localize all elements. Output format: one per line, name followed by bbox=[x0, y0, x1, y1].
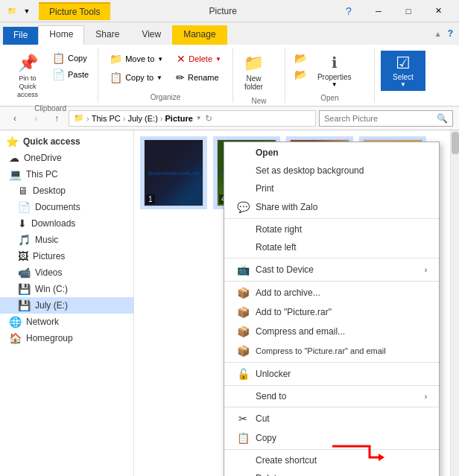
new-folder-icon: 📁 bbox=[244, 54, 264, 73]
tab-view[interactable]: View bbox=[130, 25, 172, 45]
new-folder-button[interactable]: 📁 Newfolder bbox=[239, 51, 268, 94]
ctx-cut[interactable]: ✂ Cut bbox=[224, 409, 439, 428]
maximize-btn[interactable]: □ bbox=[393, 0, 423, 22]
breadcrumb[interactable]: 📁 › This PC › July (E:) › Picture ▼ ↻ bbox=[69, 110, 316, 127]
watermark-1: Download.com.vn bbox=[145, 170, 203, 177]
pin-button[interactable]: 📌 Pin to Quickaccess bbox=[9, 51, 46, 101]
tab-home[interactable]: Home bbox=[38, 25, 84, 45]
clipboard-items: 📌 Pin to Quickaccess 📋 Copy 📄 Paste bbox=[9, 48, 92, 104]
ctx-compress-email[interactable]: 📦 Compress and email... bbox=[224, 322, 439, 341]
new-items: 📁 Newfolder bbox=[239, 48, 279, 97]
sidebar-item-documents[interactable]: 📄 Documents bbox=[0, 199, 133, 215]
ctx-archive-icon: 📦 bbox=[236, 287, 250, 299]
help-btn[interactable]: ? bbox=[334, 0, 364, 22]
picture-tools-tab[interactable]: Picture Tools bbox=[39, 2, 110, 20]
this-pc-icon: 💻 bbox=[9, 168, 22, 180]
ctx-add-picture-rar[interactable]: 📦 Add to "Picture.rar" bbox=[224, 302, 439, 322]
select-button[interactable]: ☑ Select ▼ bbox=[381, 51, 425, 91]
search-box[interactable]: 🔍 bbox=[319, 110, 453, 127]
tab-manage[interactable]: Manage bbox=[172, 25, 227, 45]
sidebar-item-homegroup[interactable]: 🏠 Homegroup bbox=[0, 330, 133, 346]
paste-button[interactable]: 📄 Paste bbox=[49, 67, 92, 82]
sidebar-label-desktop: Desktop bbox=[33, 185, 66, 196]
ribbon: File Home Share View Manage ▲ ? 📌 Pin to… bbox=[0, 22, 459, 107]
copy-button[interactable]: 📋 Copy bbox=[49, 51, 92, 66]
sidebar-item-pictures[interactable]: 🖼 Pictures bbox=[0, 248, 133, 264]
ctx-delete[interactable]: Delete bbox=[224, 469, 439, 476]
ctx-compress-email-label: Compress and email... bbox=[256, 326, 345, 337]
sidebar-item-music[interactable]: 🎵 Music bbox=[0, 232, 133, 248]
ctx-rotate-left[interactable]: Rotate left bbox=[224, 238, 439, 256]
delete-button[interactable]: ✕ Delete ▼ bbox=[171, 51, 227, 67]
ctx-unlocker-label: Unlocker bbox=[256, 369, 291, 379]
scrollbar[interactable] bbox=[450, 130, 459, 476]
sidebar-item-this-pc[interactable]: 💻 This PC bbox=[0, 166, 133, 183]
ctx-cast-device[interactable]: 📺 Cast to Device › bbox=[224, 260, 439, 279]
ctx-share-zalo-label: Share with Zalo bbox=[256, 202, 317, 212]
ctx-add-archive[interactable]: 📦 Add to archive... bbox=[224, 283, 439, 302]
ctx-share-zalo-icon: 💬 bbox=[236, 201, 250, 213]
ctx-compress-picture-email[interactable]: 📦 Compress to "Picture.rar" and email bbox=[224, 341, 439, 361]
ctx-compress-picture-label: Compress to "Picture.rar" and email bbox=[256, 346, 386, 355]
new-label: New bbox=[239, 97, 279, 107]
open-btn-1[interactable]: 📂 bbox=[291, 51, 310, 66]
ctx-add-archive-label: Add to archive... bbox=[256, 288, 320, 298]
quick-access-icon: ⭐ bbox=[6, 136, 19, 147]
tab-file[interactable]: File bbox=[3, 27, 38, 45]
open-icon-2: 📂 bbox=[294, 69, 307, 80]
ctx-rotate-right[interactable]: Rotate right bbox=[224, 220, 439, 238]
title-bar: 📁 ▼ Picture Tools Picture ? ─ □ ✕ bbox=[0, 0, 459, 22]
sidebar-item-onedrive[interactable]: ☁ OneDrive bbox=[0, 150, 133, 166]
breadcrumb-item-3: Picture bbox=[165, 114, 192, 123]
delete-label: Delete bbox=[189, 54, 212, 63]
ctx-set-desktop[interactable]: Set as desktop background bbox=[224, 162, 439, 180]
forward-btn[interactable]: › bbox=[27, 110, 45, 127]
copy-to-label: Copy to bbox=[125, 73, 153, 82]
ctx-open-label: Open bbox=[256, 147, 279, 158]
sidebar-item-july-e[interactable]: 💾 July (E:) bbox=[0, 297, 133, 314]
open-btn-2[interactable]: 📂 bbox=[291, 67, 310, 82]
ctx-send-to[interactable]: Send to › bbox=[224, 387, 439, 405]
ctx-print[interactable]: Print bbox=[224, 180, 439, 197]
close-btn[interactable]: ✕ bbox=[423, 0, 453, 22]
sidebar-label-homegroup: Homegroup bbox=[26, 333, 73, 343]
ctx-copy[interactable]: 📋 Copy bbox=[224, 428, 439, 448]
move-to-arrow: ▼ bbox=[157, 56, 163, 63]
sidebar-item-quick-access[interactable]: ⭐ Quick access bbox=[0, 133, 133, 150]
minimize-btn[interactable]: ─ bbox=[364, 0, 393, 22]
rename-button[interactable]: ✏ Rename bbox=[171, 69, 224, 86]
move-to-button[interactable]: 📁 Move to ▼ bbox=[104, 51, 168, 67]
ctx-copy-label: Copy bbox=[256, 433, 276, 443]
pictures-icon: 🖼 bbox=[18, 250, 28, 262]
quick-access-icon[interactable]: ▼ bbox=[21, 5, 33, 17]
properties-button[interactable]: ℹ Properties ▼ bbox=[313, 51, 356, 91]
back-btn[interactable]: ‹ bbox=[6, 110, 24, 127]
ctx-create-shortcut[interactable]: Create shortcut bbox=[224, 451, 439, 469]
select-group: ☑ Select ▼ bbox=[375, 48, 431, 103]
sidebar-label-onedrive: OneDrive bbox=[24, 153, 62, 163]
up-btn[interactable]: ↑ bbox=[48, 110, 66, 127]
rename-label: Rename bbox=[188, 73, 219, 82]
ctx-open[interactable]: Open bbox=[224, 144, 439, 162]
search-input[interactable] bbox=[324, 114, 434, 123]
sidebar-item-network[interactable]: 🌐 Network bbox=[0, 314, 133, 330]
clipboard-group: 📌 Pin to Quickaccess 📋 Copy 📄 Paste Clip… bbox=[3, 48, 98, 103]
ctx-cut-label: Cut bbox=[256, 413, 270, 424]
title-icon-1: 📁 bbox=[6, 5, 18, 17]
desktop-icon: 🖥 bbox=[18, 185, 28, 197]
file-item-1[interactable]: Download.com.vn 1 bbox=[140, 136, 207, 209]
pin-label: Pin to Quickaccess bbox=[13, 74, 42, 98]
ctx-unlocker[interactable]: 🔓 Unlocker bbox=[224, 364, 439, 384]
ctx-delete-label: Delete bbox=[256, 473, 282, 476]
sidebar-item-win-c[interactable]: 💾 Win (C:) bbox=[0, 281, 133, 297]
ctx-share-zalo[interactable]: 💬 Share with Zalo bbox=[224, 197, 439, 217]
sidebar-item-videos[interactable]: 📹 Videos bbox=[0, 264, 133, 281]
tab-share[interactable]: Share bbox=[84, 25, 130, 45]
sidebar-item-downloads[interactable]: ⬇ Downloads bbox=[0, 215, 133, 232]
breadcrumb-item-0: 📁 bbox=[74, 113, 84, 123]
ctx-sep-5 bbox=[224, 385, 439, 386]
file-thumb-1: Download.com.vn 1 bbox=[144, 139, 203, 206]
sidebar-item-desktop[interactable]: 🖥 Desktop bbox=[0, 183, 133, 199]
copy-to-button[interactable]: 📋 Copy to ▼ bbox=[104, 69, 168, 86]
ctx-cast-arrow: › bbox=[425, 266, 427, 274]
